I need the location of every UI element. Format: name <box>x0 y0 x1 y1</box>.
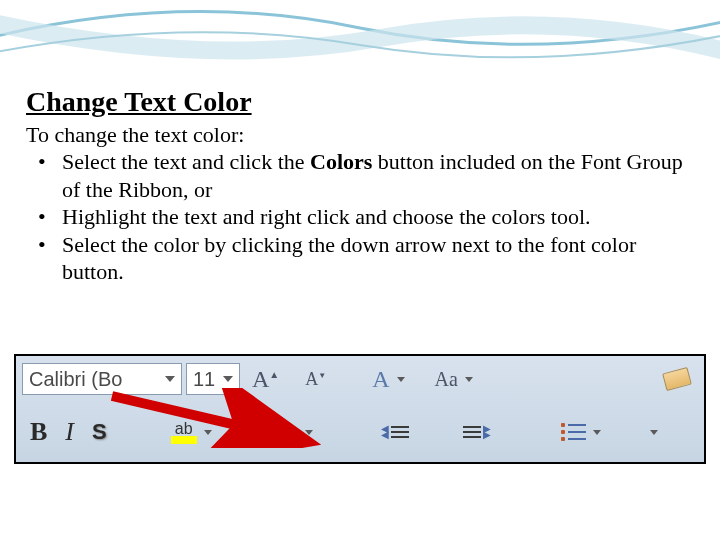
dropdown-icon <box>593 430 601 435</box>
shadow-icon: S <box>92 419 107 444</box>
change-case-button[interactable]: Aa <box>435 368 473 391</box>
dropdown-icon <box>465 377 473 382</box>
dropdown-icon <box>165 376 175 382</box>
bullet-item: Select the color by clicking the down ar… <box>26 231 694 286</box>
increase-indent-button[interactable]: ▶▶ <box>463 426 491 438</box>
bold-icon: B <box>30 417 47 446</box>
bulleted-list-icon <box>561 423 586 441</box>
highlight-label: ab <box>175 420 193 438</box>
bulleted-list-button[interactable] <box>561 423 601 441</box>
bullet-text: Highlight the text and right click and c… <box>62 204 591 229</box>
font-size-selector[interactable]: 11 <box>186 363 240 395</box>
italic-icon: I <box>65 417 74 446</box>
highlight-icon: ab <box>171 420 197 444</box>
grow-font-button[interactable]: A▲ <box>252 366 279 393</box>
text-effects-icon: A <box>372 366 389 393</box>
font-name-selector[interactable]: Calibri (Bo <box>22 363 182 395</box>
increase-indent-icon: ▶▶ <box>463 426 491 438</box>
change-case-icon: Aa <box>435 368 458 391</box>
ribbon-toolbar-illustration: Calibri (Bo 11 A▲ A▼ A Aa B <box>14 354 706 464</box>
font-name-value: Calibri (Bo <box>29 368 122 391</box>
clear-formatting-button[interactable] <box>664 370 690 388</box>
dropdown-icon <box>204 430 212 435</box>
shrink-font-button[interactable]: A▼ <box>305 369 326 390</box>
decrease-indent-button[interactable]: ◀◀ <box>381 426 409 438</box>
font-color-icon: A <box>270 417 298 448</box>
bullet-text: Select the text and click the <box>62 149 310 174</box>
bold-button[interactable]: B <box>30 417 47 447</box>
text-effects-button[interactable]: A <box>372 366 404 393</box>
dropdown-icon <box>650 430 658 435</box>
dropdown-icon <box>397 377 405 382</box>
slide-title: Change Text Color <box>26 86 694 118</box>
bullet-item: Highlight the text and right click and c… <box>26 203 694 231</box>
decrease-indent-icon: ◀◀ <box>381 426 409 438</box>
bullet-bold: Colors <box>310 149 372 174</box>
grow-font-icon: A▲ <box>252 366 279 393</box>
font-color-button[interactable]: A <box>270 417 313 448</box>
dropdown-icon <box>305 430 313 435</box>
bullet-list: Select the text and click the Colors but… <box>26 148 694 286</box>
intro-text: To change the text color: <box>26 122 694 148</box>
dropdown-icon <box>223 376 233 382</box>
shadow-button[interactable]: S <box>92 419 107 445</box>
bullet-item: Select the text and click the Colors but… <box>26 148 694 203</box>
italic-button[interactable]: I <box>65 417 74 447</box>
eraser-icon <box>662 367 692 391</box>
font-size-value: 11 <box>193 368 215 391</box>
bullet-text: Select the color by clicking the down ar… <box>62 232 636 285</box>
shrink-font-icon: A▼ <box>305 369 326 390</box>
highlight-color-button[interactable]: ab <box>171 420 212 444</box>
